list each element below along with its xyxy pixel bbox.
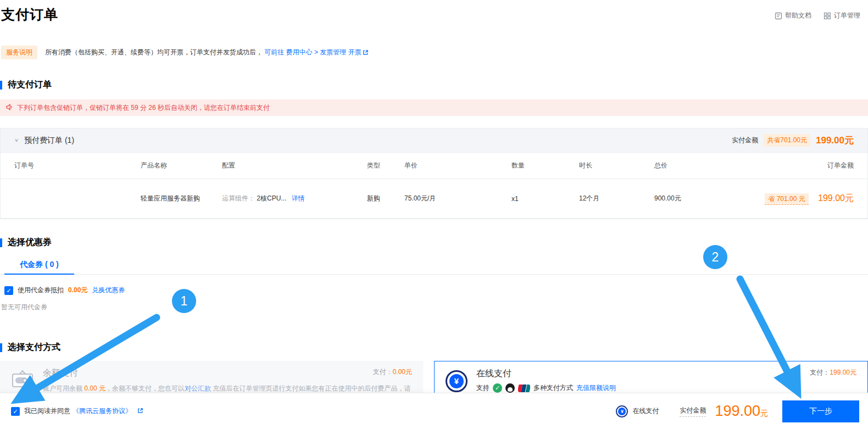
- total-save-badge: 共省701.00元: [764, 134, 810, 147]
- yen-glyph: ¥: [449, 374, 464, 388]
- yen-circle-small-icon: ¥: [616, 405, 628, 417]
- coupon-checkbox-label: 使用代金券抵扣: [18, 286, 64, 295]
- cell-product: 轻量应用服务器新购: [141, 194, 222, 203]
- agreement-row: ✓ 我已阅读并同意 《腾讯云服务协议》: [11, 406, 143, 416]
- cell-duration: 12个月: [579, 194, 654, 203]
- detail-link[interactable]: 详情: [292, 194, 305, 202]
- group-paid-amount: 199.00元: [816, 134, 854, 147]
- order-mgmt-link[interactable]: 订单管理: [824, 11, 860, 20]
- speaker-icon: [5, 103, 13, 113]
- cell-config: 运算组件： 2核CPU... 详情: [222, 194, 367, 203]
- section-bar: [0, 238, 2, 247]
- yen-glyph: ¥: [618, 408, 626, 415]
- table-header-row: 订单号 产品名称 配置 类型 单价 数量 时长 总价 订单金额: [1, 153, 867, 179]
- agreement-checkbox[interactable]: ✓: [11, 407, 20, 416]
- service-notice: 服务说明 所有消费（包括购买、开通、续费等）均可开票，订单支付并发货成功后， 可…: [1, 46, 868, 59]
- service-notice-badge: 服务说明: [1, 46, 37, 59]
- grid-icon: [824, 12, 831, 20]
- col-duration: 时长: [579, 161, 654, 170]
- header-links: 帮助文档 订单管理: [775, 11, 860, 20]
- col-quantity: 数量: [511, 161, 579, 170]
- qq-wallet-icon: [505, 383, 515, 393]
- pending-orders-section-header: 待支付订单: [0, 79, 868, 91]
- footer-bar: ✓ 我已阅读并同意 《腾讯云服务协议》 ¥ 在线支付 实付金额 199.00元 …: [0, 393, 868, 429]
- balance-desc-1: 账户可用余额: [43, 385, 84, 392]
- service-notice-text: 所有消费（包括购买、开通、续费等）均可开票，订单支付并发货成功后， 可前往 费用…: [45, 48, 369, 57]
- col-type: 类型: [367, 161, 404, 170]
- footer-amount-unit: 元: [760, 409, 768, 417]
- online-pay-label: 支付：: [810, 369, 830, 376]
- row-save-badge: 省 701.00 元: [765, 193, 808, 205]
- external-link-icon: [137, 408, 143, 415]
- payment-section-title: 选择支付方式: [8, 342, 60, 353]
- recharge-limit-link[interactable]: 充值限额说明: [576, 383, 616, 393]
- yen-circle-icon: ¥: [446, 370, 468, 392]
- invoice-link[interactable]: 可前往 费用中心 > 发票管理 开票: [264, 48, 361, 56]
- service-notice-plain: 所有消费（包括购买、开通、续费等）均可开票，订单支付并发货成功后，: [45, 48, 263, 56]
- cell-total: 900.00元: [654, 194, 730, 203]
- footer-method-label: 在线支付: [632, 406, 659, 416]
- balance-pay-amount-row: 支付：0.00元: [373, 367, 412, 377]
- col-unit-price: 单价: [404, 161, 511, 170]
- footer-amount-label: 实付金额: [680, 406, 706, 417]
- cell-order-amount: 省 701.00 元 199.00元: [730, 193, 854, 204]
- coupon-deduct-amount: 0.00元: [68, 286, 87, 295]
- agreement-text: 我已阅读并同意: [24, 406, 70, 416]
- coupon-section-title: 选择优惠券: [8, 237, 52, 248]
- online-pay-title: 在线支付: [476, 368, 511, 380]
- balance-amount: 0.00 元: [84, 385, 105, 392]
- col-config: 配置: [222, 161, 367, 170]
- order-group-title: 预付费订单 (1): [24, 136, 74, 146]
- online-pay-amount: 199.00元: [830, 369, 856, 376]
- payment-order-page: 支付订单 帮助文档 订单管理 服务说明 所有消费（包括购买、开通、续费等）均可开…: [0, 0, 868, 429]
- cell-quantity: x1: [511, 195, 579, 203]
- coupon-deduct-row: ✓ 使用代金券抵扣 0.00元 兑换优惠券: [4, 286, 868, 295]
- redeem-coupon-link[interactable]: 兑换优惠券: [92, 286, 125, 295]
- coupon-checkbox[interactable]: ✓: [4, 286, 13, 295]
- table-row: 轻量应用服务器新购 运算组件： 2核CPU... 详情 新购 75.00元/月 …: [1, 179, 867, 219]
- wechat-pay-icon: ✓: [493, 383, 502, 393]
- balance-pay-title: 余额支付: [43, 367, 78, 379]
- wallet-icon: [11, 370, 34, 390]
- section-bar: [0, 343, 2, 352]
- order-group-left: ∨ 预付费订单 (1): [14, 136, 74, 146]
- promo-countdown-alert: 下列订单包含促销订单，促销订单将在 59 分 26 秒后自动关闭，请您在订单结束…: [0, 99, 868, 116]
- online-pay-amount-row: 支付：199.00元: [810, 368, 856, 377]
- footer-amount-value: 199.00: [715, 403, 760, 419]
- order-group-header: ∨ 预付费订单 (1) 实付金额 共省701.00元 199.00元: [1, 129, 867, 153]
- col-order-amount: 订单金额: [730, 161, 854, 170]
- balance-desc-2: ，余额不够支付，您也可以: [105, 385, 185, 392]
- promo-alert-text: 下列订单包含促销订单，促销订单将在 59 分 26 秒后自动关闭，请您在订单结束…: [17, 103, 270, 113]
- coupon-section-header: 选择优惠券: [0, 237, 868, 248]
- online-support-row: 支持 ✓ 多种支付方式 充值限额说明: [476, 383, 856, 393]
- paid-amount-label: 实付金额: [732, 136, 758, 145]
- coupon-tabs: 代金券 ( 0 ): [0, 257, 868, 275]
- pending-orders-title: 待支付订单: [8, 79, 52, 91]
- config-value: 2核CPU...: [257, 194, 286, 202]
- order-table: ∨ 预付费订单 (1) 实付金额 共省701.00元 199.00元 订单号 产…: [0, 128, 868, 219]
- collapse-chevron-icon[interactable]: ∨: [14, 137, 19, 143]
- help-doc-link[interactable]: 帮助文档: [775, 11, 811, 20]
- balance-pay-label: 支付：: [373, 368, 393, 376]
- support-suffix: 多种支付方式: [533, 383, 573, 393]
- support-prefix: 支持: [476, 383, 489, 393]
- section-bar: [0, 81, 2, 90]
- service-agreement-link[interactable]: 《腾讯云服务协议》: [73, 406, 132, 416]
- balance-pay-amount: 0.00元: [393, 368, 412, 376]
- unionpay-icon: [518, 385, 530, 392]
- col-product: 产品名称: [141, 161, 222, 170]
- corporate-transfer-link[interactable]: 对公汇款: [185, 385, 211, 392]
- order-group-right: 实付金额 共省701.00元 199.00元: [732, 134, 854, 147]
- footer-amount: 199.00元: [715, 403, 768, 420]
- coupon-empty-text: 暂无可用代金券: [1, 303, 868, 312]
- row-amount: 199.00元: [818, 193, 854, 203]
- col-order-id: 订单号: [14, 161, 141, 170]
- cell-unit-price: 75.00元/月: [404, 194, 511, 203]
- footer-right: ¥ 在线支付 实付金额 199.00元 下一步: [616, 400, 859, 422]
- tab-voucher[interactable]: 代金券 ( 0 ): [4, 257, 74, 275]
- config-label: 运算组件：: [222, 194, 255, 202]
- help-doc-label: 帮助文档: [785, 11, 811, 20]
- external-link-icon: [363, 49, 369, 57]
- next-step-button[interactable]: 下一步: [782, 400, 859, 422]
- page-title: 支付订单: [0, 0, 868, 24]
